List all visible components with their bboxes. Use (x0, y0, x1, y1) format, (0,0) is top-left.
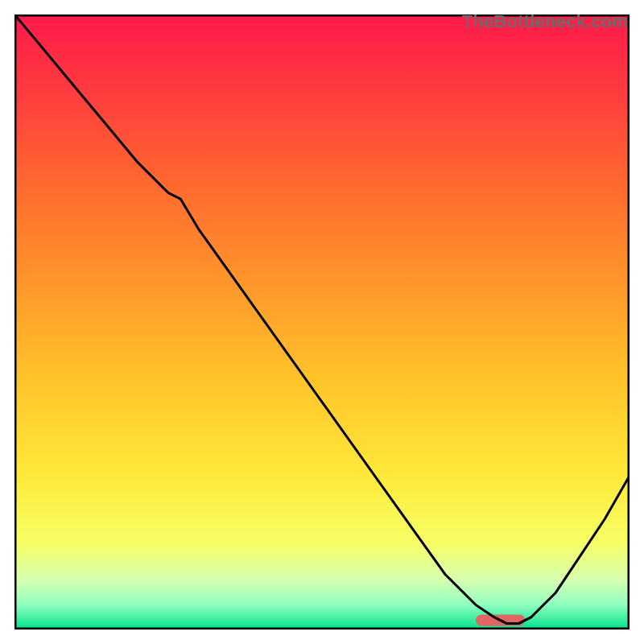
watermark-text: TheBottleneck.com (462, 11, 628, 32)
plot-area: TheBottleneck.com (14, 14, 630, 630)
chart-background (14, 14, 630, 630)
chart-svg (14, 14, 630, 630)
chart-frame: TheBottleneck.com (0, 0, 644, 644)
